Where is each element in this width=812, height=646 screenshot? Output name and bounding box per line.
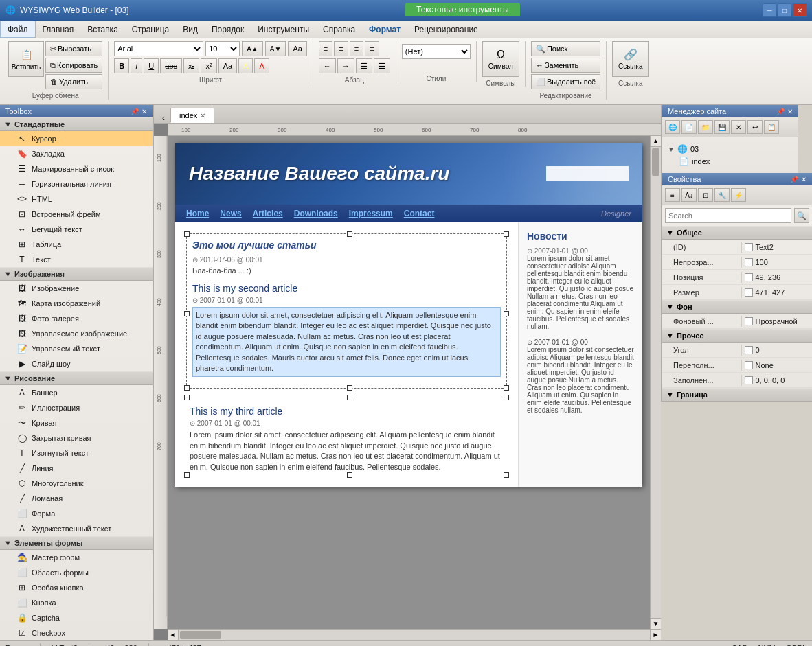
toolbox-item-illustration[interactable]: ✏ Иллюстрация [0,400,153,415]
font-color-button[interactable]: A [254,58,269,73]
strikethrough-button[interactable]: abc [160,58,182,73]
toolbox-item-form-wizard[interactable]: 🧙 Мастер форм [0,550,153,565]
nav-contact[interactable]: Contact [404,209,435,218]
nav-home[interactable]: Home [186,209,209,218]
props-search-input[interactable] [665,208,791,223]
font-shrink-button[interactable]: A▼ [265,41,286,56]
style-select[interactable]: (Нет) [402,44,471,59]
props-search-btn[interactable]: 🔍 [794,208,809,223]
site-manager-close-btn[interactable]: ✕ [787,108,793,115]
menu-home[interactable]: Главная [36,21,81,38]
props-tb-5[interactable]: ⚡ [731,188,746,202]
props-size-checkbox[interactable] [745,288,753,297]
close-button[interactable]: ✕ [793,3,807,17]
toolbox-cat-images[interactable]: ▼ Изображения [0,267,153,281]
scrollbar-horizontal[interactable]: ◄ ► [168,629,661,640]
toolbox-item-custom-btn[interactable]: ⊞ Особая кнопка [0,580,153,595]
toolbox-item-form-area[interactable]: ⬜ Область формы [0,565,153,580]
font-grow-button[interactable]: A▲ [242,41,263,56]
maximize-button[interactable]: □ [778,3,791,17]
toolbox-item-button[interactable]: ⬜ Кнопка [0,595,153,610]
selected-content-area[interactable]: Это мои лучшие статьи ⊙ 2013-07-06 @ 00:… [186,233,507,389]
toolbox-item-text[interactable]: T Текст [0,252,153,267]
tree-root[interactable]: ▼ 🌐 03 [665,143,796,155]
sm-btn-1[interactable]: 🌐 [665,120,680,134]
nav-news[interactable]: News [220,209,241,218]
props-tb-2[interactable]: A↓ [681,188,697,202]
toolbox-item-closed-curve[interactable]: ◯ Закрытая кривая [0,430,153,446]
italic-button[interactable]: I [131,58,142,73]
toolbox-item-curved-text[interactable]: T Изогнутый текст [0,446,153,461]
nav-downloads[interactable]: Downloads [294,209,338,218]
minimize-button[interactable]: ─ [763,3,776,17]
toolbox-item-curve[interactable]: 〜 Кривая [0,415,153,430]
toolbox-item-html[interactable]: <> HTML [0,192,153,207]
case-button[interactable]: Aa [218,58,237,73]
props-angle-checkbox[interactable] [745,346,753,354]
copy-button[interactable]: ⧉ Копировать [45,58,102,73]
toolbox-item-hr[interactable]: ─ Горизонтальная линия [0,176,153,192]
sm-btn-6[interactable]: ↩ [747,120,763,134]
toolbox-close-btn[interactable]: ✕ [142,108,147,115]
props-tb-4[interactable]: 🔧 [714,188,730,202]
toolbox-cat-drawing[interactable]: ▼ Рисование [0,371,153,385]
clear-format-button[interactable]: Aa [288,41,306,56]
nav-articles[interactable]: Articles [253,209,283,218]
indent-dec-button[interactable]: ← [319,58,336,73]
scroll-up-btn[interactable]: ▲ [651,136,661,147]
toolbox-item-cursor[interactable]: ↖ Курсор [0,131,153,146]
sm-btn-7[interactable]: 📋 [764,120,779,134]
scroll-thumb[interactable] [652,148,659,176]
bold-button[interactable]: B [114,58,129,73]
scroll-down-btn[interactable]: ▼ [651,618,661,629]
search-ribbon-button[interactable]: 🔍 Поиск [531,41,600,56]
tree-index[interactable]: 📄 index [665,155,796,168]
menu-review[interactable]: Рецензирование [407,21,485,38]
props-id-checkbox[interactable] [745,243,753,251]
toolbox-item-gallery[interactable]: 🖼 Фото галерея [0,311,153,326]
toolbox-item-line[interactable]: ╱ Линия [0,461,153,476]
menu-order[interactable]: Порядок [205,21,251,38]
indent-inc-button[interactable]: → [337,58,354,73]
toolbox-cat-standard[interactable]: ▼ Стандартные [0,117,153,131]
font-name-select[interactable]: Arial [114,41,203,56]
sm-btn-3[interactable]: 📁 [698,120,713,134]
props-pos-checkbox[interactable] [745,273,753,281]
scroll-left-btn[interactable]: ◄ [168,630,179,641]
tab-index[interactable]: index ✕ [170,108,214,123]
menu-view[interactable]: Вид [176,21,205,38]
delete-button[interactable]: 🗑 Удалить [45,74,102,89]
menu-insert[interactable]: Вставка [80,21,125,38]
toolbox-pin-btn[interactable]: 📌 [131,108,139,115]
props-pin-btn[interactable]: 📌 [790,176,798,183]
scrollbar-vertical[interactable]: ▲ ▼ [650,136,661,629]
subscript-button[interactable]: x₂ [183,58,200,73]
toolbox-item-managed-image[interactable]: 🖼 Управляемое изображение [0,326,153,341]
toolbox-item-captcha[interactable]: 🔒 Captcha [0,610,153,625]
align-justify-button[interactable]: ≡ [365,41,379,56]
menu-file[interactable]: Файл [0,21,36,38]
link-button[interactable]: 🔗 Ссылка [612,41,649,77]
site-manager-pin-btn[interactable]: 📌 [776,108,785,115]
paste-button[interactable]: 📋 Вставить [8,41,44,77]
toolbox-item-shape[interactable]: ⬜ Форма [0,506,153,521]
text-tools-tab[interactable]: Текстовые инструменты [405,3,520,16]
toolbox-item-art-text[interactable]: A Художественный текст [0,521,153,536]
cut-button[interactable]: ✂ Вырезать [45,41,102,56]
canvas-content[interactable]: Название Вашего сайта.ru Home News Artic… [168,136,650,629]
underline-button[interactable]: U [144,58,159,73]
sm-btn-2[interactable]: 📄 [681,120,697,134]
toolbox-item-iframe[interactable]: ⊡ Встроенный фрейм [0,207,153,222]
menu-tools[interactable]: Инструменты [251,21,316,38]
superscript-button[interactable]: x² [201,58,216,73]
list-button[interactable]: ☰ [356,58,372,73]
select-all-button[interactable]: ⬜ Выделить всё [531,74,600,89]
toolbox-item-imagemap[interactable]: 🗺 Карта изображений [0,296,153,311]
tab-close-btn[interactable]: ✕ [200,112,205,119]
menu-help[interactable]: Справка [316,21,362,38]
props-opacity-checkbox[interactable] [745,258,753,266]
props-padding-checkbox[interactable] [745,376,753,384]
tab-scroll-left[interactable]: ‹ [157,113,170,123]
toolbox-item-managed-text[interactable]: 📝 Управляемый текст [0,341,153,356]
props-close-btn[interactable]: ✕ [801,176,807,183]
